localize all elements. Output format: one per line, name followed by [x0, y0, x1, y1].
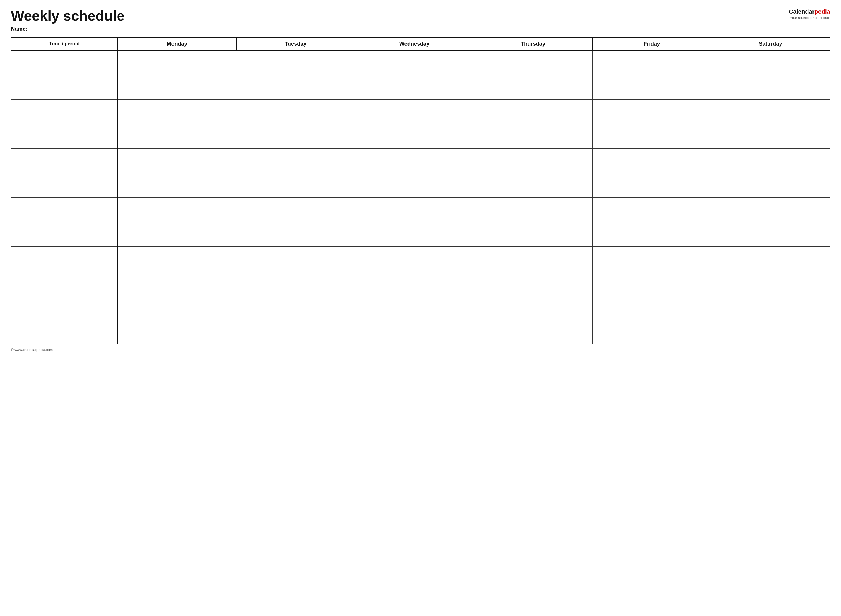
time-cell[interactable] [11, 100, 118, 124]
time-cell[interactable] [11, 75, 118, 100]
cell-saturday[interactable] [711, 148, 830, 173]
logo-section: Calendarpedia Your source for calendars [789, 8, 830, 20]
time-cell[interactable] [11, 173, 118, 197]
cell-saturday[interactable] [711, 75, 830, 100]
schedule-table: Time / period Monday Tuesday Wednesday T… [11, 37, 830, 345]
cell-thursday[interactable] [474, 246, 593, 271]
cell-monday[interactable] [118, 173, 236, 197]
cell-wednesday[interactable] [355, 246, 473, 271]
cell-monday[interactable] [118, 100, 236, 124]
cell-tuesday[interactable] [236, 246, 355, 271]
cell-monday[interactable] [118, 51, 236, 75]
cell-friday[interactable] [593, 173, 711, 197]
cell-tuesday[interactable] [236, 222, 355, 246]
col-header-saturday: Saturday [711, 37, 830, 51]
time-cell[interactable] [11, 148, 118, 173]
cell-saturday[interactable] [711, 173, 830, 197]
table-row [11, 148, 830, 173]
cell-thursday[interactable] [474, 271, 593, 295]
cell-tuesday[interactable] [236, 271, 355, 295]
time-cell[interactable] [11, 124, 118, 148]
cell-wednesday[interactable] [355, 197, 473, 222]
time-cell[interactable] [11, 51, 118, 75]
cell-wednesday[interactable] [355, 320, 473, 344]
cell-wednesday[interactable] [355, 75, 473, 100]
cell-wednesday[interactable] [355, 148, 473, 173]
cell-monday[interactable] [118, 75, 236, 100]
cell-tuesday[interactable] [236, 295, 355, 320]
cell-thursday[interactable] [474, 100, 593, 124]
cell-friday[interactable] [593, 246, 711, 271]
cell-monday[interactable] [118, 124, 236, 148]
cell-saturday[interactable] [711, 124, 830, 148]
cell-friday[interactable] [593, 271, 711, 295]
cell-thursday[interactable] [474, 51, 593, 75]
cell-friday[interactable] [593, 51, 711, 75]
logo-text: Calendarpedia [789, 8, 830, 15]
cell-tuesday[interactable] [236, 124, 355, 148]
page-title: Weekly schedule [11, 8, 783, 23]
cell-saturday[interactable] [711, 295, 830, 320]
footer: © www.calendarpedia.com [11, 348, 830, 352]
cell-friday[interactable] [593, 197, 711, 222]
col-header-monday: Monday [118, 37, 236, 51]
cell-wednesday[interactable] [355, 124, 473, 148]
cell-friday[interactable] [593, 124, 711, 148]
title-section: Weekly schedule Name: [11, 8, 783, 32]
name-label: Name: [11, 26, 783, 32]
cell-wednesday[interactable] [355, 271, 473, 295]
cell-friday[interactable] [593, 100, 711, 124]
cell-monday[interactable] [118, 148, 236, 173]
cell-monday[interactable] [118, 271, 236, 295]
cell-saturday[interactable] [711, 51, 830, 75]
cell-saturday[interactable] [711, 222, 830, 246]
logo-pedia: pedia [815, 8, 830, 15]
cell-tuesday[interactable] [236, 51, 355, 75]
time-cell[interactable] [11, 197, 118, 222]
cell-friday[interactable] [593, 148, 711, 173]
cell-tuesday[interactable] [236, 197, 355, 222]
cell-thursday[interactable] [474, 197, 593, 222]
cell-tuesday[interactable] [236, 100, 355, 124]
cell-wednesday[interactable] [355, 173, 473, 197]
cell-friday[interactable] [593, 75, 711, 100]
time-cell[interactable] [11, 320, 118, 344]
cell-wednesday[interactable] [355, 222, 473, 246]
cell-thursday[interactable] [474, 124, 593, 148]
col-header-time: Time / period [11, 37, 118, 51]
cell-saturday[interactable] [711, 271, 830, 295]
cell-thursday[interactable] [474, 148, 593, 173]
cell-monday[interactable] [118, 222, 236, 246]
cell-wednesday[interactable] [355, 295, 473, 320]
cell-tuesday[interactable] [236, 75, 355, 100]
cell-friday[interactable] [593, 222, 711, 246]
cell-wednesday[interactable] [355, 100, 473, 124]
cell-saturday[interactable] [711, 197, 830, 222]
cell-friday[interactable] [593, 295, 711, 320]
table-row [11, 222, 830, 246]
cell-monday[interactable] [118, 197, 236, 222]
time-cell[interactable] [11, 295, 118, 320]
cell-tuesday[interactable] [236, 173, 355, 197]
cell-thursday[interactable] [474, 173, 593, 197]
cell-monday[interactable] [118, 320, 236, 344]
cell-friday[interactable] [593, 320, 711, 344]
table-row [11, 271, 830, 295]
cell-tuesday[interactable] [236, 148, 355, 173]
table-row [11, 75, 830, 100]
cell-monday[interactable] [118, 246, 236, 271]
cell-thursday[interactable] [474, 222, 593, 246]
cell-saturday[interactable] [711, 320, 830, 344]
time-cell[interactable] [11, 271, 118, 295]
cell-tuesday[interactable] [236, 320, 355, 344]
cell-monday[interactable] [118, 295, 236, 320]
cell-thursday[interactable] [474, 75, 593, 100]
time-cell[interactable] [11, 222, 118, 246]
cell-wednesday[interactable] [355, 51, 473, 75]
cell-saturday[interactable] [711, 100, 830, 124]
cell-thursday[interactable] [474, 295, 593, 320]
cell-thursday[interactable] [474, 320, 593, 344]
header-area: Weekly schedule Name: Calendarpedia Your… [11, 8, 830, 32]
cell-saturday[interactable] [711, 246, 830, 271]
time-cell[interactable] [11, 246, 118, 271]
